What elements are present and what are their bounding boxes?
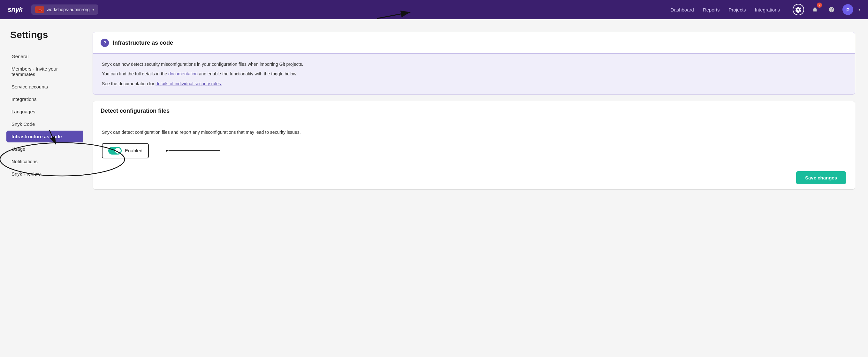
detect-card: Detect configuration files Snyk can dete… bbox=[93, 101, 855, 189]
sidebar-item-infrastructure-as-code[interactable]: Infrastructure as code bbox=[6, 131, 83, 142]
org-logo-img: 🚗 bbox=[35, 6, 44, 13]
org-name: workshops-admin-org bbox=[46, 7, 90, 12]
sidebar-item-notifications[interactable]: Notifications bbox=[6, 156, 83, 167]
org-selector[interactable]: 🚗 workshops-admin-org ▾ bbox=[31, 4, 98, 15]
detect-description: Snyk can detect configuration files and … bbox=[102, 129, 846, 136]
settings-button[interactable] bbox=[793, 4, 804, 15]
notifications-button[interactable]: 2 bbox=[809, 4, 821, 15]
page-title: Settings bbox=[6, 29, 83, 40]
navbar: snyk 🚗 workshops-admin-org ▾ Dashboard R… bbox=[0, 0, 868, 19]
main-content: ? Infrastructure as code Snyk can now de… bbox=[83, 19, 868, 357]
info-card-body: Snyk can now detect security misconfigur… bbox=[93, 54, 855, 94]
toggle-box: Enabled bbox=[102, 143, 149, 158]
nav-dashboard[interactable]: Dashboard bbox=[671, 7, 694, 12]
sidebar-item-general[interactable]: General bbox=[6, 51, 83, 62]
notification-badge: 2 bbox=[817, 3, 822, 8]
sidebar: Settings General Members - Invite your t… bbox=[0, 19, 83, 357]
sidebar-item-usage[interactable]: Usage bbox=[6, 143, 83, 155]
sidebar-item-languages[interactable]: Languages bbox=[6, 106, 83, 118]
sidebar-item-members[interactable]: Members - Invite your teammates bbox=[6, 63, 83, 80]
bell-icon bbox=[812, 6, 818, 13]
enabled-toggle[interactable] bbox=[108, 147, 122, 155]
nav-links: Dashboard Reports Projects Integrations bbox=[671, 7, 780, 12]
toggle-row: Enabled bbox=[102, 143, 846, 158]
nav-projects[interactable]: Projects bbox=[728, 7, 746, 12]
toggle-arrow-annotation bbox=[166, 144, 223, 157]
toggle-label: Enabled bbox=[125, 148, 143, 153]
user-avatar[interactable]: P bbox=[842, 4, 853, 15]
info-line-3: See the documentation for details of ind… bbox=[102, 80, 846, 87]
info-card-title: Infrastructure as code bbox=[113, 40, 173, 46]
help-icon bbox=[828, 6, 835, 13]
detect-card-footer: Save changes bbox=[93, 166, 855, 189]
info-line-2: You can find the full details in the doc… bbox=[102, 70, 846, 77]
nav-integrations[interactable]: Integrations bbox=[755, 7, 780, 12]
nav-reports[interactable]: Reports bbox=[703, 7, 720, 12]
detect-card-title: Detect configuration files bbox=[101, 108, 169, 114]
sidebar-nav: General Members - Invite your teammates … bbox=[6, 51, 83, 180]
info-card-header: ? Infrastructure as code bbox=[93, 32, 855, 54]
detect-card-header: Detect configuration files bbox=[93, 101, 855, 121]
detect-card-body: Snyk can detect configuration files and … bbox=[93, 121, 855, 166]
sidebar-item-service-accounts[interactable]: Service accounts bbox=[6, 81, 83, 93]
info-line-1: Snyk can now detect security misconfigur… bbox=[102, 61, 846, 68]
nav-actions: 2 P ▾ bbox=[793, 4, 860, 15]
avatar-chevron-icon: ▾ bbox=[859, 7, 860, 12]
sidebar-item-snyk-preview[interactable]: Snyk Preview bbox=[6, 168, 83, 180]
help-button[interactable] bbox=[826, 4, 837, 15]
documentation-link[interactable]: documentation bbox=[168, 71, 198, 76]
snyk-logo: snyk bbox=[8, 5, 22, 14]
gear-icon bbox=[795, 6, 802, 13]
org-chevron-icon: ▾ bbox=[92, 7, 94, 12]
info-icon: ? bbox=[101, 39, 109, 47]
save-changes-button[interactable]: Save changes bbox=[796, 171, 846, 184]
info-card: ? Infrastructure as code Snyk can now de… bbox=[93, 32, 855, 95]
sidebar-item-integrations[interactable]: Integrations bbox=[6, 93, 83, 105]
security-rules-link[interactable]: details of individual security rules. bbox=[156, 81, 222, 86]
page-container: Settings General Members - Invite your t… bbox=[0, 19, 868, 357]
sidebar-item-snyk-code[interactable]: Snyk Code bbox=[6, 118, 83, 130]
